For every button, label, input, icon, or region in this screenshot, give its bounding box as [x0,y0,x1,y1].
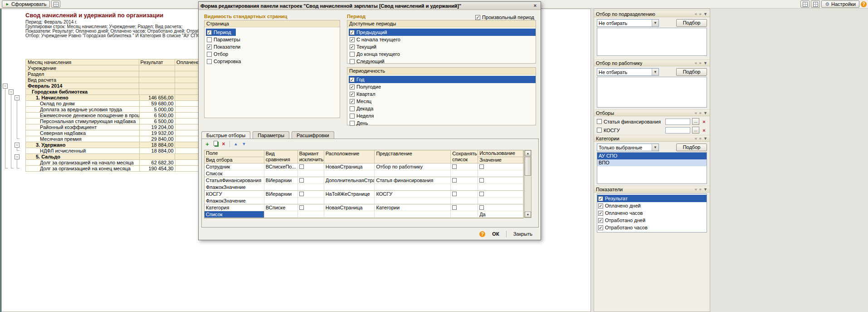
financing-article-field[interactable] [665,119,690,125]
table-row[interactable]: Ежемесячное денежное поощрение в процент… [26,113,199,119]
table-row[interactable]: 1. Начислено 146 656,00 [26,95,199,101]
checkbox[interactable] [207,37,212,42]
department-pick-button[interactable]: Подбор [676,19,707,27]
checkbox[interactable]: ✓ [207,45,212,50]
dropdown-arrow-icon[interactable]: ▼ [652,144,658,151]
filter-subrow[interactable]: Список [205,170,523,177]
department-filter-combo[interactable]: Не отбирать ▼ [597,19,659,27]
list-item[interactable]: АУ СПО [597,153,707,159]
employee-list[interactable] [597,77,707,108]
checkbox[interactable]: ✓ [350,30,355,35]
ok-button[interactable]: ОК [488,231,502,237]
department-list[interactable] [597,28,707,56]
section-header[interactable]: Отборы « » ▼ [594,109,710,116]
periodicity-item-week[interactable]: Неделя [349,112,536,119]
checkbox[interactable]: ✓ [207,30,212,35]
periodicity-item-halfyear[interactable]: ✓ Полугодие [349,83,536,90]
checkbox[interactable] [207,52,212,57]
collapse-toggle[interactable]: − [15,154,20,159]
scroll-up-icon[interactable]: ▲ [525,150,531,156]
move-up-icon[interactable]: ▲ [232,141,239,148]
checkbox[interactable] [479,205,484,210]
periodicity-item-decade[interactable]: Декада [349,105,536,112]
help-icon[interactable]: ? [479,231,485,237]
checkbox[interactable] [299,205,304,210]
page-item-sorting[interactable]: Сортировка [206,58,340,65]
categories-list[interactable]: АУ СПО ВПО [597,152,707,184]
checkbox[interactable] [479,192,484,196]
checkbox[interactable] [299,178,304,183]
collapse-toggle[interactable]: − [15,143,20,148]
table-row[interactable]: НДФЛ исчисленный 18 884,00 [26,148,199,154]
dropdown-arrow-icon[interactable]: ▼ [652,69,658,75]
filter-row[interactable]: СтатьяФинансирования ВИерархии Дополните… [205,177,523,184]
page-item-filter[interactable]: Отбор [206,50,340,58]
periodicity-item-month[interactable]: ✓ Месяц [349,98,536,105]
table-row[interactable]: 5. Сальдо [26,154,199,160]
checkbox[interactable]: ✓ [350,45,355,50]
checkbox[interactable] [350,106,355,111]
filter-row[interactable]: КОСГУ ВИерархии НаТойЖеСтранице КОСГУ [205,191,523,198]
periodicity-item-day[interactable]: День [349,119,536,127]
section-controls-icon[interactable]: « » ▼ [695,136,708,141]
periodicity-item-quarter[interactable]: ✓ Квартал [349,90,536,98]
table-row[interactable]: Долг за организацией на начало месяца 62… [26,160,199,166]
checkbox[interactable] [350,121,355,126]
indicator-item-worked-days[interactable]: ✓ Отработано дней [597,217,707,224]
checkbox[interactable] [452,205,457,210]
dialog-titlebar[interactable]: Форма редактирования панели настроек "Св… [199,2,541,10]
ellipsis-button[interactable]: ... [692,127,699,134]
checkbox[interactable] [350,52,355,57]
help-button[interactable]: ? [861,1,867,7]
filter-row[interactable]: Сотрудник ВСпискеПо... НоваяСтраница Отб… [205,163,523,170]
periodicity-item-year[interactable]: ✓ Год [349,76,536,83]
checkbox[interactable]: ✓ [475,15,480,20]
categories-pick-button[interactable]: Подбор [676,144,707,151]
table-row[interactable]: Городская библиотека [26,89,199,95]
scrollbar[interactable]: ▲ ▼ [524,150,532,218]
page-item-indicators[interactable]: ✓ Показатели [206,43,340,50]
indicator-item-paid-hours[interactable]: ✓ Оплачено часов [597,209,707,217]
checkbox[interactable] [207,59,212,64]
period-item-to-end[interactable]: До конца текущего [349,50,536,58]
section-header[interactable]: Категории « » ▼ [594,135,710,142]
report-options-button[interactable] [51,0,60,8]
indicator-item-result[interactable]: ✓ Результат [597,195,707,202]
period-item-previous[interactable]: ✓ Предыдущий [349,29,536,36]
table-row[interactable]: Персональная стимулирующая надбавка 6 50… [26,119,199,124]
ellipsis-button[interactable]: ... [692,118,699,125]
section-header[interactable]: Показатели « » ▼ [594,186,710,193]
copy-icon[interactable] [212,141,219,148]
clear-icon[interactable]: × [701,128,707,133]
checkbox[interactable]: ✓ [598,211,603,216]
section-controls-icon[interactable]: « » ▼ [695,61,708,65]
checkbox[interactable] [350,59,355,64]
period-item-from-start[interactable]: ✓ С начала текущего [349,36,536,43]
table-row[interactable]: Северная надбавка 19 932,00 [26,130,199,136]
scrollbar-thumb[interactable] [525,157,531,176]
filter-subrow[interactable]: Список Да [205,211,523,218]
checkbox[interactable] [299,164,304,169]
section-header[interactable]: Отбор по подразделению « » ▼ [594,10,710,17]
checkbox[interactable]: ✓ [350,84,355,89]
grid-view-button[interactable] [811,0,820,8]
checkbox[interactable]: ✓ [598,203,603,208]
employee-filter-combo[interactable]: Не отбирать ▼ [597,68,659,76]
checkbox[interactable] [452,164,457,169]
categories-combo[interactable]: Только выбранные ▼ [597,144,659,151]
clear-icon[interactable]: × [701,119,707,124]
checkbox[interactable] [597,128,602,133]
checkbox[interactable] [597,119,602,124]
checkbox[interactable]: ✓ [350,37,355,42]
period-item-current[interactable]: ✓ Текущий [349,43,536,50]
checkbox[interactable]: ✓ [350,99,355,104]
checkbox[interactable] [452,192,457,196]
table-row[interactable]: Месячная премия 29 840,00 [26,136,199,142]
checkbox[interactable]: ✓ [350,77,355,82]
close-button[interactable]: Закрыть [510,231,536,237]
scroll-down-icon[interactable]: ▼ [525,212,531,218]
section-controls-icon[interactable]: « » ▼ [695,12,708,16]
employee-pick-button[interactable]: Подбор [676,68,707,76]
table-row[interactable]: Оклад по дням 59 680,00 [26,101,199,107]
checkbox[interactable]: ✓ [350,92,355,97]
